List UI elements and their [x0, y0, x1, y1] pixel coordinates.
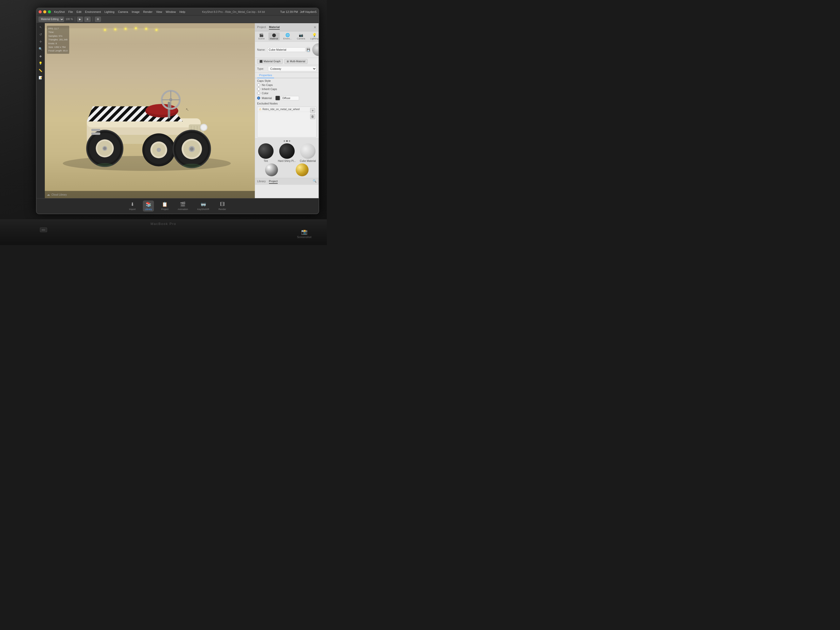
svg-point-44 — [97, 163, 112, 167]
svg-point-45 — [183, 164, 201, 168]
hard-shiny-swatch-ball[interactable] — [279, 143, 295, 159]
material-graph-button[interactable]: ⬛ Material Graph — [257, 59, 283, 64]
toolbar-divider — [75, 17, 75, 22]
svg-point-31 — [157, 148, 161, 152]
name-label: Name: — [257, 48, 266, 51]
screenshot-area[interactable]: 📸 Screenshot — [297, 229, 311, 238]
multi-material-label: Multi-Material — [290, 60, 305, 63]
animation-icon: 🎬 — [180, 202, 186, 207]
menu-window[interactable]: Window — [164, 10, 177, 14]
menu-render[interactable]: Render — [142, 10, 154, 14]
bottom-tool-animation[interactable]: 🎬 Animation — [175, 201, 190, 212]
keyshotxr-label: KeyShotXR — [197, 208, 210, 210]
tire-swatch-label: Tire — [264, 159, 268, 163]
properties-tab[interactable]: Properties — [257, 73, 274, 78]
menu-file[interactable]: File — [67, 10, 75, 14]
material-color-inline — [275, 96, 299, 100]
swatch-dot-2 — [286, 140, 288, 142]
radio-material-input[interactable] — [257, 96, 260, 99]
svg-point-37 — [190, 147, 194, 151]
radio-color-input[interactable] — [257, 92, 260, 95]
panel-close-button[interactable]: ✕ — [313, 25, 317, 29]
icon-tabs-row: 🎬 Scene ⬤ Material 🌐 Enviro... 📷 — [255, 32, 319, 42]
menu-help[interactable]: Help — [178, 10, 187, 14]
icon-tab-scene[interactable]: 🎬 Scene — [257, 32, 266, 40]
menu-lighting[interactable]: Lighting — [103, 10, 116, 14]
cube-material-swatch-ball[interactable] — [300, 143, 316, 159]
sidebar-icon-rotate[interactable]: ↺ — [38, 32, 44, 38]
esc-key[interactable]: esc — [40, 227, 47, 232]
no-caps-label: No Caps — [262, 84, 273, 87]
bottom-tool-library[interactable]: 📚 Library — [143, 201, 154, 212]
icon-tab-environment[interactable]: 🌐 Enviro... — [282, 32, 294, 40]
menu-bar: File Edit Environment Lighting Camera Im… — [67, 10, 187, 14]
menu-camera[interactable]: Camera — [117, 10, 130, 14]
sidebar-icon-measure[interactable]: 📏 — [38, 68, 44, 74]
gold-swatch-ball[interactable] — [296, 163, 309, 176]
project-label: Project — [161, 208, 168, 210]
lib-tab[interactable]: Library — [257, 179, 266, 184]
bottom-tool-render[interactable]: 🎞 Render — [216, 201, 228, 212]
node-delete-button[interactable]: 🗑 — [310, 114, 315, 119]
diffuse-input[interactable] — [281, 96, 299, 100]
mode-select[interactable]: Material Editing — [39, 17, 64, 22]
close-button[interactable] — [39, 10, 42, 13]
icon-tab-camera[interactable]: 📷 Camera — [295, 32, 307, 40]
toolbar-btn-pause[interactable]: ⏸ — [84, 17, 91, 22]
material-icon: ⬤ — [272, 33, 276, 37]
screen-bezel: KeyShot File Edit Environment Lighting C… — [36, 8, 319, 214]
excluded-node-item: ⚠ Retro_ride_on_metal_car_wheel — [257, 107, 316, 112]
render-icon: 🎞 — [220, 202, 225, 207]
menu-image[interactable]: Image — [130, 10, 141, 14]
node-add-button[interactable]: + — [310, 108, 315, 113]
sidebar-icon-cursor[interactable]: ↖ — [38, 24, 44, 30]
chrome-swatch-ball[interactable] — [265, 163, 278, 176]
swatch-dot-3 — [289, 140, 290, 142]
material-name-input[interactable] — [267, 47, 305, 52]
type-select[interactable]: Cutaway — [268, 66, 317, 71]
icon-tab-material[interactable]: ⬤ Material — [268, 32, 280, 40]
username: Jeff Hayden5 — [300, 10, 317, 13]
icon-tab-lighting[interactable]: 💡 Lighting — [309, 32, 319, 40]
swatch-cube-material: Cube Material — [298, 143, 317, 163]
color-label: Color — [262, 92, 268, 95]
menu-view[interactable]: View — [155, 10, 164, 14]
import-icon: ⬇ — [131, 202, 134, 207]
sidebar-icon-annotation[interactable]: 📝 — [38, 75, 44, 81]
menu-environment[interactable]: Environment — [84, 10, 103, 14]
proj-tab[interactable]: Project — [269, 179, 278, 184]
multi-material-button[interactable]: ⊞ Multi-Material — [284, 59, 308, 64]
minimize-button[interactable] — [43, 10, 46, 13]
search-icon[interactable]: 🔍 — [313, 179, 317, 184]
radio-material: Material — [255, 95, 319, 101]
material-save-button[interactable]: 💾 — [306, 47, 310, 52]
maximize-button[interactable] — [48, 10, 51, 13]
viewport[interactable]: FPS: 11.7 Time: Samples: 57x Triangles: … — [45, 23, 255, 198]
laptop-outer: KeyShot File Edit Environment Lighting C… — [0, 0, 327, 245]
tab-material[interactable]: Material — [269, 25, 280, 30]
type-row: Type: Cutaway — [255, 65, 319, 73]
toolbar-btn-play[interactable]: ▶ — [77, 17, 83, 22]
car-scene-svg — [45, 31, 255, 188]
app-name: KeyShot — [54, 10, 65, 13]
diffuse-swatch[interactable] — [275, 96, 280, 100]
sidebar-icon-light[interactable]: 💡 — [38, 60, 44, 66]
radio-no-caps-input[interactable] — [257, 84, 260, 87]
bottom-tool-import[interactable]: ⬇ Import — [127, 201, 138, 212]
tire-swatch-ball[interactable] — [258, 143, 273, 159]
excluded-node-name: Retro_ride_on_metal_car_wheel — [262, 108, 300, 111]
icon-tab-lighting-label: Lighting — [310, 37, 319, 40]
menu-edit[interactable]: Edit — [75, 10, 83, 14]
sidebar-icon-zoom[interactable]: 🔍 — [38, 46, 44, 52]
swatch-gold — [288, 163, 317, 176]
sidebar-icon-pan[interactable]: ✛ — [38, 39, 44, 45]
library-icon: 📚 — [146, 202, 151, 207]
bottom-tool-keyshotxr[interactable]: 🥽 KeyShotXR — [195, 201, 212, 212]
tab-project[interactable]: Project — [257, 25, 266, 30]
zoom-level: 100 % — [66, 18, 73, 21]
toolbar-btn-settings[interactable]: ⚙ — [95, 17, 101, 22]
screenshot-icon: 📸 — [301, 229, 308, 235]
sidebar-icon-material[interactable]: ◆ — [38, 53, 44, 59]
radio-inherit-caps-input[interactable] — [257, 87, 260, 91]
bottom-tool-project[interactable]: 📋 Project — [159, 201, 171, 212]
